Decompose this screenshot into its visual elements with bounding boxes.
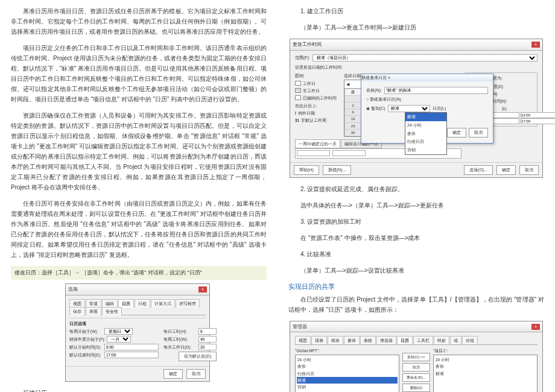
tab-edit[interactable]: 编辑 [102,299,118,308]
tab-save[interactable]: 保存 [69,307,85,315]
tab-schedule[interactable]: 日程 [135,299,150,308]
share-para: 在已经设置了日历的 Project 文件中，选择菜单【工具】/【管理器】，在出现… [288,294,544,315]
def-start-label: 默认开始时间(S): [69,344,103,350]
hpd-input[interactable] [198,328,217,335]
mgr-tab-calendar[interactable]: 日历 [397,336,413,344]
legend-label: 图例: [295,72,340,79]
options-tabs[interactable]: 视图 常规 编辑 日历 日程 计算方式 拼写检查 保存 界面 安全性 [69,299,206,315]
tab-security[interactable]: 安全性 [102,307,122,315]
hpw-input[interactable] [198,336,217,343]
tab-spell[interactable]: 拼写检查 [176,299,200,308]
para-project-calendar: 项目日历定义任务的工作日和非工作日以及工作时间和非工作时间。该日历通常表示组织的… [11,43,267,104]
mgr-title: 管理器 [293,323,307,331]
para-resource-calendar: 资源日历确保仅在工作资源（人员和设备）可用时为其安排工作。资源日历影响特定资源或… [11,110,267,192]
step-3: 3. 设置资源的加班工时 [288,217,544,227]
dpm-input[interactable] [198,344,217,350]
hpw-label: 每周工时(W): [163,336,197,343]
options-dialog-title: 选项 [68,285,78,294]
new-calendar-button[interactable]: 新建(N)... [323,165,352,175]
options-dialog: 选项 × 视图 常规 编辑 日历 日程 计算方式 拼写检查 保存 界面 安全性 … [65,283,210,382]
cwt-title: 更改工作时间 [293,40,322,49]
fy-start-label: 财政年度开始于(F): [69,336,105,343]
mgr-rename-button[interactable]: 重命名(R)... [402,373,430,382]
nbc-radio-copy[interactable]: ◉ 复制(C) [366,105,385,112]
mgr-cancel-button[interactable]: 取消 [402,363,430,371]
close-icon[interactable]: × [198,286,207,292]
week-start-label: 每周开始于(W): [69,328,103,335]
hint-modify-calendar: 修改日历：选择［工具］→ ［选项］命令，弹出 "选项" 对话框，设定的 "日历" [11,266,267,280]
mgr-copy-button[interactable]: 复制(C) >> [402,353,430,361]
exc-date-input[interactable] [332,150,366,156]
def-start-input[interactable] [104,344,159,350]
nbc-title: 新建基准日历 [361,75,387,80]
def-end-input[interactable] [104,352,159,358]
t-to-1[interactable] [521,112,555,118]
mgr-delete-button[interactable]: 删除(D) [402,384,430,392]
cancel-button[interactable]: 取消 [186,369,206,379]
tab-ui[interactable]: 界面 [86,307,101,315]
tab-view[interactable]: 视图 [69,299,85,308]
options-button[interactable]: 选项(O)... [464,165,493,175]
step-2: 2. 设置提前或延迟完成、属任务跟踪。 [288,184,544,194]
nondef-icon: 31 [295,117,299,124]
close-icon[interactable]: × [531,42,540,48]
nbc-copy-select[interactable]: 标准 [388,105,430,112]
new-base-calendar-dialog: 新建基准日历 × 名称(N): ○ 新建基准日历(N) ◉ 复制(C) 标准 日… [361,74,493,144]
t-to-2[interactable] [521,118,555,124]
for-label: 范围(F): [295,54,310,62]
tab-week-day[interactable]: 一周中确定过的一天 [295,139,340,148]
step-2-sub: 选中具体的任务—>（菜单）工具—>跟踪—>更新任务 [288,200,544,210]
step-3-sub: 在 "资源工作表" 中操作，双击某资源—>成本 [288,233,544,243]
mgr-right-label: "项目1": [433,347,538,354]
week-start-select[interactable]: 星期日 [104,328,133,335]
dd-opt-admin[interactable]: 行政日历 [405,138,446,146]
legend-title: 设置所选日期的工作时间: [295,64,538,71]
para-base-calendar: 基准日历用作项目日历、资源日历或任务日历所基于的模板。它为项目定义标准工作时间和… [11,6,267,37]
dd-opt-marketing[interactable]: 营销 [405,146,446,154]
para-task-calendar: 任务日历可将任务安排在非工作时间（由项目日历或资源日历定义）内，例如，如果有任务… [11,198,267,260]
tab-calc[interactable]: 计算方式 [151,299,175,308]
nbc-name-label: 名称(N): [366,87,382,94]
nbc-ok-button[interactable]: 确定 [447,128,466,138]
mgr-tabs[interactable]: 视图 报表 模块 窗体 表格 筛选器 日历 工具栏 映射 域 分组 [295,336,538,345]
tab-calendar[interactable]: 日历 [118,299,134,308]
mgr-left-label: "Global.MPT": [295,347,399,354]
manager-dialog: 管理器 × 视图 报表 模块 窗体 表格 筛选器 日历 工具栏 映射 域 分组 … [290,321,543,392]
swatch-edited [295,95,301,100]
ok-button[interactable]: 确定 [163,369,183,379]
set-default-button[interactable]: 设为默认值(D) [179,352,217,361]
prev-month-icon[interactable]: ◀ [346,81,349,87]
def-end-label: 默认结束时间(E): [69,352,103,358]
hpd-label: 每日工时(H): [163,328,197,335]
swatch-work [295,81,301,86]
share-title: 实现日历的共享 [288,282,544,292]
step-1: 1. 建立工作日历 [288,6,544,16]
ok-button[interactable]: 确定 [496,165,516,175]
nbc-name-input[interactable] [384,87,488,94]
nbc-cancel-button[interactable]: 取消 [469,128,488,138]
close-icon[interactable]: × [388,75,390,80]
swatch-nonwork [295,88,301,93]
step-4-sub: （菜单）工具—>跟踪—>设置比较基准 [288,265,544,276]
nbc-dropdown-list[interactable]: 标准 24 小时 夜班 行政日历 营销 [405,112,447,155]
caption-new-calendar: 新建日历 [11,388,267,392]
tab-general[interactable]: 常规 [86,299,101,308]
step-4: 4. 比较基准 [288,249,544,259]
step-1-sub: （菜单）工具—>更改工作时间—>新建日历 [288,22,544,33]
for-select[interactable]: 标准（项目日历） [312,54,538,62]
dd-opt-night[interactable]: 夜班 [405,130,446,138]
exception-icon: I [295,110,296,116]
fy-start-select[interactable]: 一月 [107,336,131,343]
mgr-left-list[interactable]: 24 小时 夜班 行政日历 标准 营销 [295,355,399,392]
dpm-label: 每月工作日(D): [163,344,197,350]
close-icon[interactable]: × [531,324,540,330]
mgr-right-list[interactable]: 24 小时 夜班 标准 [433,355,538,392]
dd-opt-24h[interactable]: 24 小时 [405,121,446,130]
cancel-button[interactable]: 取消 [519,165,539,175]
nbc-radio-new[interactable]: ○ 新建基准日历(N) [366,96,401,103]
exc-name-input[interactable] [297,150,330,156]
group-calendar-options: 日历选项 [69,318,206,327]
dd-opt-standard[interactable]: 标准 [405,113,446,121]
help-button[interactable]: 帮助(H) [294,165,319,175]
